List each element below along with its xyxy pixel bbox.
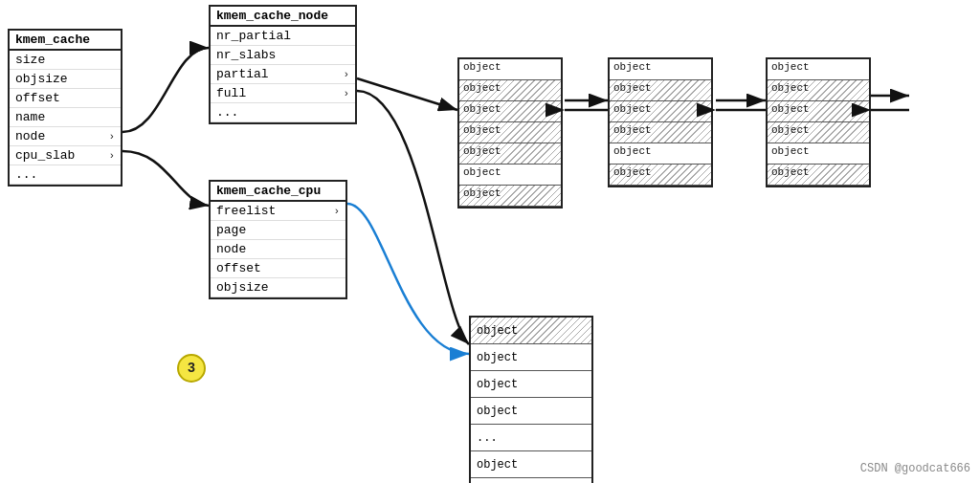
kmem-cache-node-title: kmem_cache_node [211, 7, 355, 27]
field-node: node› [10, 127, 121, 146]
slab1-row1: object [459, 80, 561, 101]
slab2-row5: object [610, 165, 711, 186]
field-full: full› [211, 84, 355, 103]
arrow-node [122, 48, 209, 132]
arrow-node-current [357, 91, 469, 344]
slab-box-1: object object object object object objec… [457, 57, 563, 209]
kmem-cache-box: kmem_cache size objsize offset name node… [8, 29, 122, 187]
kmem-cache-cpu-box: kmem_cache_cpu freelist› page node offse… [209, 180, 347, 299]
field-name: name [10, 108, 121, 127]
curr-row2: object [471, 371, 591, 398]
field-node2: node [211, 240, 345, 259]
field-nr-slabs: nr_slabs [211, 46, 355, 65]
field-offset2: offset [211, 259, 345, 278]
field-page: page [211, 221, 345, 240]
field-offset: offset [10, 89, 121, 108]
slab1-row5: object [459, 165, 561, 186]
slab3-row4: object [768, 143, 869, 165]
slab3-row3: object [768, 122, 869, 143]
slab1-row2: object [459, 101, 561, 122]
kmem-cache-cpu-title: kmem_cache_cpu [211, 182, 345, 202]
curr-row5: object [471, 451, 591, 478]
slab3-row1: object [768, 80, 869, 101]
field-ellipsis1: ... [10, 165, 121, 185]
slab2-row4: object [610, 143, 711, 165]
arrow-cpu-slab [122, 151, 209, 206]
slab1-row0: object [459, 59, 561, 80]
field-ellipsis2: ... [211, 103, 355, 122]
field-size: size [10, 51, 121, 70]
curr-row1: object [471, 344, 591, 371]
field-objsize2: objsize [211, 278, 345, 297]
badge-3: 3 [177, 354, 206, 383]
watermark: CSDN @goodcat666 [860, 462, 970, 475]
curr-row4: ... [471, 425, 591, 451]
slab1-row4: object [459, 143, 561, 165]
curr-row6: object [471, 478, 591, 483]
slab3-row5: object [768, 165, 869, 186]
slab3-row0: object [768, 59, 869, 80]
slab-box-3: object object object object object objec… [766, 57, 871, 187]
field-partial: partial› [211, 65, 355, 84]
kmem-cache-title: kmem_cache [10, 31, 121, 51]
slab3-row2: object [768, 101, 869, 122]
diagram-container: kmem_cache size objsize offset name node… [0, 0, 980, 483]
slab2-row3: object [610, 122, 711, 143]
kmem-cache-node-box: kmem_cache_node nr_partial nr_slabs part… [209, 5, 357, 124]
slab1-row3: object [459, 122, 561, 143]
slab2-row1: object [610, 80, 711, 101]
slab2-row2: object [610, 101, 711, 122]
current-slab-box: object object object object ... object o… [469, 316, 593, 483]
arrow-partial [357, 78, 457, 110]
slab-box-2: object object object object object objec… [608, 57, 713, 187]
arrow-freelist-blue [347, 204, 469, 354]
field-cpu-slab: cpu_slab› [10, 146, 121, 165]
field-objsize: objsize [10, 70, 121, 89]
curr-row0: object [471, 318, 591, 344]
slab1-row6: object [459, 186, 561, 207]
field-nr-partial: nr_partial [211, 27, 355, 46]
slab2-row0: object [610, 59, 711, 80]
curr-row3: object [471, 398, 591, 425]
field-freelist: freelist› [211, 202, 345, 221]
